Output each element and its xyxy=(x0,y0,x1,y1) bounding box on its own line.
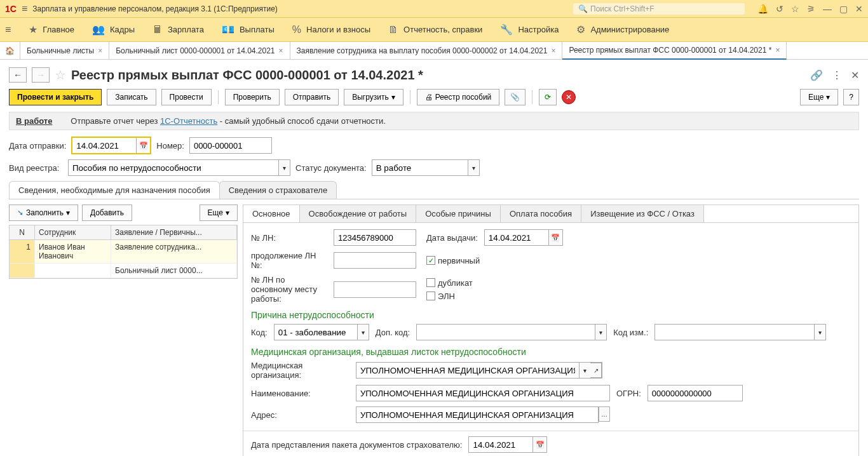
check-button[interactable]: Проверить xyxy=(225,89,280,105)
close-icon[interactable]: × xyxy=(775,46,780,55)
chevron-down-icon[interactable]: ▾ xyxy=(595,325,606,340)
sections-menu-icon[interactable]: ≡ xyxy=(5,24,11,36)
med-heading: Медицинская организация, выдавшая листок… xyxy=(251,347,851,357)
section-salary[interactable]: 🖩Зарплата xyxy=(153,24,204,36)
section-main[interactable]: ★Главное xyxy=(29,23,74,36)
col-emp[interactable]: Сотрудник xyxy=(35,225,111,239)
checkbox-icon xyxy=(426,256,435,265)
inner-tab-1[interactable]: Освобождение от работы xyxy=(300,205,417,222)
post-close-button[interactable]: Провести и закрыть xyxy=(9,89,102,105)
attach-button[interactable]: 📎 xyxy=(505,89,526,105)
tab-0[interactable]: Больничные листы× xyxy=(20,42,109,59)
section-admin[interactable]: ⚙Администрирование xyxy=(576,23,669,36)
restore-icon[interactable]: ▢ xyxy=(839,4,848,14)
section-payments[interactable]: 💶Выплаты xyxy=(222,23,275,36)
main-ln-input[interactable] xyxy=(334,281,416,298)
calendar-icon[interactable]: 📅 xyxy=(548,230,562,245)
number-input[interactable] xyxy=(189,137,272,154)
add-button[interactable]: Добавить xyxy=(82,205,132,221)
calendar-icon[interactable]: 📅 xyxy=(136,138,150,153)
export-button[interactable]: Выгрузить ▾ xyxy=(344,89,403,105)
inner-tab-2[interactable]: Особые причины xyxy=(416,205,501,222)
minimize-icon[interactable]: — xyxy=(823,4,832,14)
save-button[interactable]: Записать xyxy=(107,89,156,105)
help-button[interactable]: ? xyxy=(843,89,859,105)
doc-status-select[interactable]: ▾ xyxy=(372,159,480,176)
post-button[interactable]: Провести xyxy=(161,89,212,105)
close-icon[interactable]: × xyxy=(551,46,555,55)
inner-tab-0[interactable]: Основное xyxy=(243,205,300,222)
calendar-icon[interactable]: 📅 xyxy=(532,437,546,452)
menu-icon[interactable]: ≡ xyxy=(22,3,27,15)
bell-icon[interactable]: 🔔 xyxy=(757,4,768,14)
tab-3[interactable]: Реестр прямых выплат ФСС 0000-000001 от … xyxy=(562,42,787,60)
med-org-select[interactable]: ▾↗ xyxy=(356,362,602,379)
chevron-down-icon[interactable]: ▾ xyxy=(468,160,479,175)
table-row[interactable]: 1 Иванов Иван Иванович Заявление сотрудн… xyxy=(10,240,237,264)
back-button[interactable]: ← xyxy=(9,67,27,83)
fill-button[interactable]: ➘ Заполнить ▾ xyxy=(9,205,78,221)
cont-input[interactable] xyxy=(334,252,416,269)
star-icon[interactable]: ☆ xyxy=(791,4,799,14)
send-button[interactable]: Отправить xyxy=(285,89,339,105)
search-box[interactable]: 🔍 Поиск Ctrl+Shift+F xyxy=(573,3,745,15)
sub-tab-0[interactable]: Сведения, необходимые для назначения пос… xyxy=(9,181,220,199)
name-input[interactable] xyxy=(356,385,610,401)
send-date-field[interactable]: 📅 xyxy=(71,137,151,154)
chevron-down-icon[interactable]: ▾ xyxy=(814,325,825,340)
cancel-button[interactable]: ✕ xyxy=(562,90,576,104)
issue-date-field[interactable]: 📅 xyxy=(484,229,563,246)
tab-home[interactable]: 🏠 xyxy=(0,42,20,59)
sub-tab-1[interactable]: Сведения о страхователе xyxy=(219,181,337,199)
col-n[interactable]: N xyxy=(10,225,35,239)
reporting-link[interactable]: 1С-Отчетность xyxy=(160,116,217,126)
tab-2[interactable]: Заявление сотрудника на выплату пособия … xyxy=(290,42,563,59)
reg-type-select[interactable]: ▾ xyxy=(68,159,290,176)
section-taxes[interactable]: %Налоги и взносы xyxy=(292,24,370,36)
submit-date-field[interactable]: 📅 xyxy=(468,436,547,453)
code-select[interactable]: ▾ xyxy=(274,324,369,340)
duplicate-checkbox[interactable]: дубликат xyxy=(426,278,473,288)
section-bar: ≡ ★Главное 👥Кадры 🖩Зарплата 💶Выплаты %На… xyxy=(0,18,868,42)
inner-tab-4[interactable]: Извещение из ФСС / Отказ xyxy=(581,205,704,222)
add-code-select[interactable]: ▾ xyxy=(416,324,607,340)
change-code-select[interactable]: ▾ xyxy=(654,324,826,340)
forward-button[interactable]: → xyxy=(32,67,50,83)
send-date-input[interactable] xyxy=(72,138,136,153)
ogrn-input[interactable] xyxy=(648,385,743,401)
left-more-button[interactable]: Еще ▾ xyxy=(200,205,238,221)
left-panel: ➘ Заполнить ▾ Добавить Еще ▾ N Сотрудник… xyxy=(9,205,238,456)
issue-label: Дата выдачи: xyxy=(426,233,478,243)
history-icon[interactable]: ↺ xyxy=(776,4,783,14)
close-page-icon[interactable]: ✕ xyxy=(851,69,859,81)
ellipsis-icon[interactable]: … xyxy=(599,406,610,422)
chevron-down-icon[interactable]: ▾ xyxy=(579,363,590,378)
inner-tab-3[interactable]: Оплата пособия xyxy=(501,205,581,222)
topbar-icons: 🔔 ↺ ☆ ⚞ — ▢ ✕ xyxy=(757,4,863,14)
addr-input[interactable] xyxy=(356,406,599,423)
more-button[interactable]: Еще ▾ xyxy=(800,89,838,105)
close-icon[interactable]: × xyxy=(279,46,283,55)
chevron-down-icon: ▾ xyxy=(226,208,229,217)
section-hr[interactable]: 👥Кадры xyxy=(92,23,135,36)
eln-checkbox[interactable]: ЭЛН xyxy=(426,292,473,301)
filter-icon[interactable]: ⚞ xyxy=(807,4,815,14)
col-doc[interactable]: Заявление / Первичны... xyxy=(111,225,237,239)
favorite-icon[interactable]: ☆ xyxy=(55,67,66,83)
close-icon[interactable]: × xyxy=(98,46,102,55)
table-row[interactable]: Больничный лист 0000... xyxy=(10,264,237,278)
kebab-icon[interactable]: ⋮ xyxy=(832,69,842,81)
print-button[interactable]: 🖨 Реестр пособий xyxy=(417,89,500,105)
open-icon[interactable]: ↗ xyxy=(590,363,602,378)
section-settings[interactable]: 🔧Настройка xyxy=(500,23,559,36)
chevron-down-icon: ▾ xyxy=(826,93,830,102)
section-reports[interactable]: 🗎Отчетность, справки xyxy=(388,24,482,36)
primary-checkbox[interactable]: первичный xyxy=(426,256,480,265)
close-icon[interactable]: ✕ xyxy=(855,4,863,14)
ln-input[interactable] xyxy=(334,229,416,246)
chevron-down-icon[interactable]: ▾ xyxy=(278,160,290,175)
refresh-button[interactable]: ⟳ xyxy=(539,89,557,105)
chevron-down-icon[interactable]: ▾ xyxy=(357,325,369,340)
tab-1[interactable]: Больничный лист 0000-000001 от 14.04.202… xyxy=(109,42,290,59)
link-icon[interactable]: 🔗 xyxy=(810,69,823,81)
